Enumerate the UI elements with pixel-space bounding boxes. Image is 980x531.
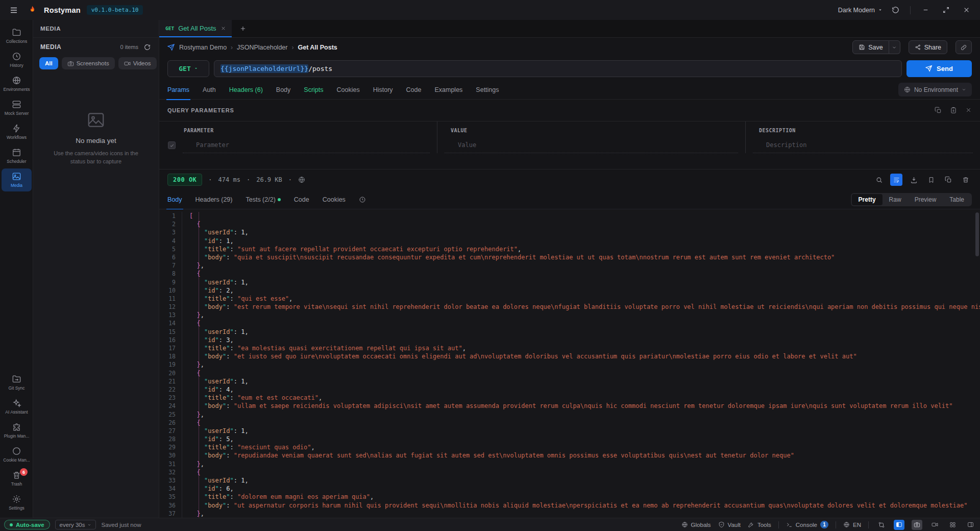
response-body-viewer[interactable]: 1[2 {3 "userId": 1,4 "id": 1,5 "title": … <box>159 209 980 518</box>
sidebar-item-trash[interactable]: Trash6 <box>2 467 32 490</box>
statusbar-tools[interactable]: Tools <box>748 521 771 528</box>
autosave-interval-dropdown[interactable]: every 30s <box>55 520 96 529</box>
capture-screenshot-button[interactable] <box>912 520 922 530</box>
parameter-input[interactable]: Parameter <box>183 137 235 153</box>
copy-icon[interactable] <box>942 174 954 186</box>
view-mode-raw[interactable]: Raw <box>883 194 908 205</box>
trash-icon[interactable] <box>960 174 972 186</box>
url-input[interactable]: {{jsonPlaceholderUrl}}/posts <box>214 60 902 77</box>
view-mode-pretty[interactable]: Pretty <box>852 194 883 205</box>
response-tab-code[interactable]: Code <box>294 190 309 209</box>
media-filter-screenshots[interactable]: Screenshots <box>62 57 115 69</box>
sidebar-item-settings[interactable]: Settings <box>2 491 32 514</box>
media-empty-subtitle: Use the camera/video icons in thestatus … <box>54 149 138 165</box>
media-filter-videos[interactable]: Videos <box>118 57 157 69</box>
autosave-toggle[interactable]: Auto-save <box>4 520 50 529</box>
theme-label: Dark Modern <box>838 7 875 14</box>
request-tab-body[interactable]: Body <box>276 80 291 100</box>
sidebar-item-scheduler[interactable]: Scheduler <box>2 144 32 167</box>
copy-link-button[interactable] <box>955 40 972 54</box>
line-number: 18 <box>159 352 182 360</box>
request-tab-examples[interactable]: Examples <box>434 80 462 100</box>
view-mode-table[interactable]: Table <box>943 194 971 205</box>
response-tab-cookies[interactable]: Cookies <box>323 190 346 209</box>
save-button[interactable]: Save <box>852 40 889 54</box>
save-dropdown-caret[interactable] <box>889 40 900 54</box>
search-icon[interactable] <box>873 174 885 186</box>
sidebar-item-history[interactable]: History <box>2 49 32 71</box>
theme-selector[interactable]: Dark Modern <box>838 7 883 14</box>
tests-passed-dot <box>278 198 281 201</box>
description-input[interactable]: Description <box>753 137 813 153</box>
view-mode-switcher: PrettyRawPreviewTable <box>851 193 972 206</box>
toggle-right-panel-button[interactable] <box>965 520 976 530</box>
scrollbar-thumb[interactable] <box>975 212 979 256</box>
sidebar-item-workflows[interactable]: Workflows <box>2 120 32 143</box>
sidebar-item-ai-assistant[interactable]: AI Assistant <box>2 395 32 418</box>
value-input[interactable]: Value <box>445 137 482 153</box>
camera-icon <box>67 60 74 67</box>
new-tab-button[interactable] <box>232 20 254 37</box>
statusbar-vault[interactable]: Vault <box>718 521 741 528</box>
maximize-button[interactable] <box>939 4 952 17</box>
request-tab-scripts[interactable]: Scripts <box>304 80 323 100</box>
statusbar-flow-button[interactable] <box>876 520 887 530</box>
bulk-copy-icon[interactable] <box>935 107 942 114</box>
sidebar-item-collections[interactable]: Collections <box>2 25 32 47</box>
row-checkbox[interactable] <box>168 141 176 149</box>
response-tab-headers-29[interactable]: Headers (29) <box>195 190 233 209</box>
environment-selector[interactable]: No Environment <box>898 83 972 96</box>
method-dropdown[interactable]: GET <box>167 60 209 77</box>
request-tab-auth[interactable]: Auth <box>203 80 216 100</box>
media-filter-all[interactable]: All <box>39 57 58 69</box>
request-tab-history[interactable]: History <box>373 80 393 100</box>
toggle-sidebar-button[interactable] <box>894 520 904 530</box>
request-tab-settings[interactable]: Settings <box>476 80 499 100</box>
refresh-icon[interactable] <box>142 42 152 52</box>
view-mode-preview[interactable]: Preview <box>908 194 943 205</box>
tab-close-icon[interactable] <box>220 26 226 31</box>
request-tab-params[interactable]: Params <box>167 80 189 100</box>
sidebar-item-mock-server[interactable]: Mock Server <box>2 96 32 119</box>
reset-layout-icon[interactable] <box>889 4 902 17</box>
line-number: 35 <box>159 493 182 501</box>
send-button[interactable]: Send <box>906 60 972 77</box>
line-number: 30 <box>159 451 182 460</box>
sidebar-item-cookie-man[interactable]: Cookie Man... <box>2 443 32 466</box>
download-icon[interactable] <box>908 174 920 186</box>
network-globe-icon[interactable] <box>298 176 305 183</box>
capture-video-button[interactable] <box>929 520 940 530</box>
close-button[interactable] <box>960 4 973 17</box>
wrap-lines-icon[interactable] <box>890 174 902 186</box>
folder-icon <box>12 28 21 37</box>
request-tab-headers-6[interactable]: Headers (6) <box>229 80 263 100</box>
statusbar-en[interactable]: EN <box>843 521 861 528</box>
statusbar-globals[interactable]: Globals <box>681 521 711 528</box>
sidebar-item-label: Mock Server <box>5 111 29 116</box>
layout-button[interactable] <box>947 520 958 530</box>
share-icon <box>915 44 921 51</box>
sidebar-item-git-sync[interactable]: Git Sync <box>2 371 32 394</box>
chevron-down-icon <box>962 87 966 92</box>
breadcrumb-workspace[interactable]: Rostyman Demo <box>179 44 227 51</box>
breadcrumb-collection[interactable]: JSONPlaceholder <box>237 44 287 51</box>
share-button[interactable]: Share <box>909 40 947 54</box>
sidebar-item-plugin-man[interactable]: Plugin Man... <box>2 419 32 442</box>
code-line: 11 "title": "qui est esse", <box>159 295 980 303</box>
minimize-button[interactable] <box>919 4 932 17</box>
request-tab-code[interactable]: Code <box>406 80 422 100</box>
hamburger-menu-icon[interactable] <box>7 4 20 17</box>
history-clock-icon[interactable] <box>359 196 366 203</box>
code-line: 7 }, <box>159 261 980 270</box>
sidebar-item-environments[interactable]: Environments <box>2 73 32 95</box>
sidebar-item-media[interactable]: Media <box>2 168 32 191</box>
tab-get-all-posts[interactable]: GET Get All Posts <box>159 20 232 37</box>
statusbar-console[interactable]: Console1 <box>786 521 828 528</box>
paste-import-icon[interactable] <box>950 107 957 114</box>
request-tab-cookies[interactable]: Cookies <box>337 80 360 100</box>
response-tab-body[interactable]: Body <box>167 190 182 209</box>
response-tab-tests-2-2[interactable]: Tests (2/2) <box>246 190 280 209</box>
close-section-icon[interactable] <box>965 107 972 114</box>
bookmark-icon[interactable] <box>925 174 937 186</box>
query-parameters-title: QUERY PARAMETERS <box>167 107 935 113</box>
